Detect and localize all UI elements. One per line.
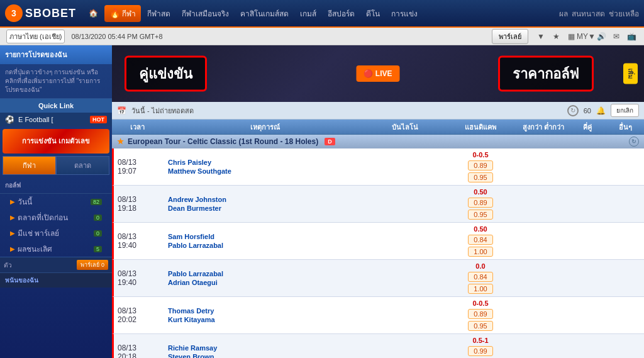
nav-racing[interactable]: การแข่ง [386, 5, 423, 22]
outright-count: 5 [94, 246, 102, 252]
my-icon[interactable]: MY▼ [580, 30, 592, 43]
grid-icon[interactable]: ▦ [565, 30, 577, 43]
sidebar-outright[interactable]: ▶ ผลชนะเลิศ 5 [0, 241, 112, 257]
match-teams-5: Richie Ramsay Steven Brown [164, 334, 367, 358]
sidebar-mix-parlay[interactable]: ▶ มีแช่ พาร์เลย์ 0 [0, 225, 112, 241]
table-row: 08/13 19:40 Sam Horsfield Pablo Larrazab… [112, 223, 644, 260]
match-other-0 [606, 148, 644, 185]
nav-sports[interactable]: 🔥 กีฬา [104, 5, 141, 22]
odds-val-0b[interactable]: 0.95 [468, 172, 493, 182]
brand-name: SBOBET [25, 7, 76, 20]
match-time-3: 08/13 19:40 [114, 260, 164, 296]
nav-items: 🏠 🔥 กีฬา กีฬาสด กีฬาเสมือนจริง คาสิโนเกม… [84, 5, 559, 22]
odds-4b[interactable]: 0.95 [468, 321, 493, 331]
match-time-1: 08/13 19:18 [114, 186, 164, 222]
team1-4[interactable]: Thomas Detry [168, 307, 364, 315]
mail-icon[interactable]: ✉ [610, 30, 623, 43]
member-section: พนันของฉัน [0, 272, 112, 288]
team2-3[interactable]: Adrian Otaegui [168, 279, 364, 286]
team2-4[interactable]: Kurt Kitayama [168, 316, 364, 323]
nav-esports[interactable]: อีสปอร์ด [323, 5, 360, 22]
tv-icon[interactable]: 📺 [625, 30, 638, 43]
live-chat-link[interactable]: สนทนาสด [572, 8, 605, 20]
table-row: 08/13 19:18 Andrew Johnston Dean Burmest… [112, 186, 644, 223]
sound-icon[interactable]: 🔊 [595, 30, 608, 43]
member-title: พนันของฉัน [5, 277, 38, 284]
team2-0[interactable]: Matthew Southgate [168, 167, 364, 175]
odds-val-1b[interactable]: 0.95 [468, 210, 493, 220]
refresh-icon[interactable]: ↻ [567, 105, 579, 116]
nav-dino[interactable]: ดีโน [361, 5, 385, 22]
banner-more[interactable]: เพิ่ม [623, 64, 638, 84]
th-moneyline: บันไลโน่ [367, 121, 443, 133]
team1-5[interactable]: Richie Ramsay [168, 344, 364, 352]
match-handicap-3: 0.0 0.84 1.00 [443, 260, 518, 296]
sidebar-tabs: กีฬา ตลาด [3, 156, 109, 175]
main-layout: รายการโปรดของฉัน กดที่ปุ่มดาวข้างๆ การแข… [0, 45, 644, 358]
match-teams-4: Thomas Detry Kurt Kitayama [164, 297, 367, 333]
team1-2[interactable]: Sam Horsfield [168, 233, 364, 240]
team2-5[interactable]: Steven Brown [168, 353, 364, 358]
odds-4a[interactable]: 0.89 [468, 309, 493, 319]
tab-market[interactable]: ตลาด [56, 156, 109, 175]
section-indicator: D [325, 138, 335, 145]
language-selector[interactable]: ภาษาไทย (เอเชีย) [6, 30, 65, 43]
match-time-4: 08/13 20:02 [114, 297, 164, 333]
team2-2[interactable]: Pablo Larrazabal [168, 242, 364, 249]
nav-games[interactable]: เกมส์ [295, 5, 321, 22]
sidebar-banner[interactable]: การแข่งขัน เกมตัวเลข [3, 129, 109, 154]
content-area: คู่แข่งขัน 🔴 LIVE ราคากอล์ฟ เพิ่ม 📅 วันน… [112, 45, 644, 358]
outright-label: ผลชนะเลิศ [18, 243, 52, 255]
match-handicap-5: 0.5-1 0.99 0.85 [443, 334, 518, 358]
odds-2a[interactable]: 0.84 [468, 235, 493, 245]
logo: 3 SBOBET [5, 4, 76, 22]
match-oe-0 [569, 148, 606, 185]
parlay-button[interactable]: พาร์เลย์ [492, 29, 528, 44]
home-icon: 🏠 [89, 9, 98, 18]
golf-section-title: กอล์ฟ [0, 177, 112, 194]
sidebar-today[interactable]: ▶ วันนี้ 82 [0, 194, 112, 210]
table-header: เวลา เหตุการณ์ บันไลโน่ แฮนดิแคพ สูงกว่า… [112, 120, 644, 135]
odds-5a[interactable]: 0.99 [468, 346, 493, 356]
nav-live-casino[interactable]: คาสิโนเกมส์สด [235, 5, 294, 22]
dropdown-icon[interactable]: ▼ [535, 30, 547, 43]
toolbar-icons: ▼ ★ ▦ MY▼ 🔊 ✉ 📺 [535, 30, 638, 43]
odds-val-0a[interactable]: 0.89 [468, 160, 493, 171]
banner-competitor: คู่แข่งขัน [125, 56, 207, 92]
second-bar: ภาษาไทย (เอเชีย) 08/13/2020 05:44 PM GMT… [0, 28, 644, 45]
uncheck-button[interactable]: ยกเลิก [611, 104, 639, 117]
soccer-icon: ⚽ [5, 115, 14, 124]
tab-sports[interactable]: กีฬา [3, 156, 56, 175]
section-refresh-0[interactable]: ↻ [629, 137, 639, 147]
odds-3b[interactable]: 1.00 [468, 284, 493, 294]
section-title-0: European Tour - Celtic Classic (1st Roun… [128, 137, 318, 146]
team1-1[interactable]: Andrew Johnston [168, 196, 364, 203]
odds-2b[interactable]: 1.00 [468, 247, 493, 257]
efootball-item[interactable]: ⚽ E Football [ HOT [0, 113, 112, 126]
sidebar-title: รายการโปรดของฉัน [0, 45, 112, 64]
sidebar-early-market[interactable]: ▶ ตลาดที่เปิดก่อน 0 [0, 210, 112, 225]
nav-virtual-sports[interactable]: กีฬาเสมือนจริง [177, 5, 234, 22]
match-time-5: 08/13 20:18 [114, 334, 164, 358]
nav-live-sports[interactable]: กีฬาสด [142, 5, 175, 22]
efootball-label: E Football [ [18, 116, 86, 123]
star-icon[interactable]: ★ [550, 30, 562, 43]
filter-bar: 📅 วันนี้ - ไม่ถ่ายทอดสด ↻ 60 🔔 ยกเลิก [112, 102, 644, 120]
team1-0[interactable]: Chris Paisley [168, 159, 364, 166]
results-link[interactable]: ผล [559, 8, 568, 20]
calendar-icon: 📅 [117, 106, 126, 115]
nav-home[interactable]: 🏠 [84, 6, 103, 20]
parlay-count[interactable]: พาร์เลย์ 0 [77, 260, 108, 270]
datetime-display: 08/13/2020 05:44 PM GMT+8 [71, 33, 486, 40]
odds-val-1a[interactable]: 0.89 [468, 198, 493, 208]
handicap-pair-0: 0-0.5 0.89 0.95 [447, 151, 514, 182]
help-link[interactable]: ช่วยเหลือ [609, 8, 639, 20]
odds-3a[interactable]: 0.84 [468, 272, 493, 282]
team2-1[interactable]: Dean Burmester [168, 204, 364, 212]
team1-3[interactable]: Pablo Larrazabal [168, 270, 364, 277]
content-banner: คู่แข่งขัน 🔴 LIVE ราคากอล์ฟ เพิ่ม [112, 45, 644, 102]
match-teams-2: Sam Horsfield Pablo Larrazabal [164, 223, 367, 259]
arrow-icon: ▶ [10, 198, 15, 205]
filter-count: 60 [584, 107, 591, 115]
match-teams-1: Andrew Johnston Dean Burmester [164, 186, 367, 222]
